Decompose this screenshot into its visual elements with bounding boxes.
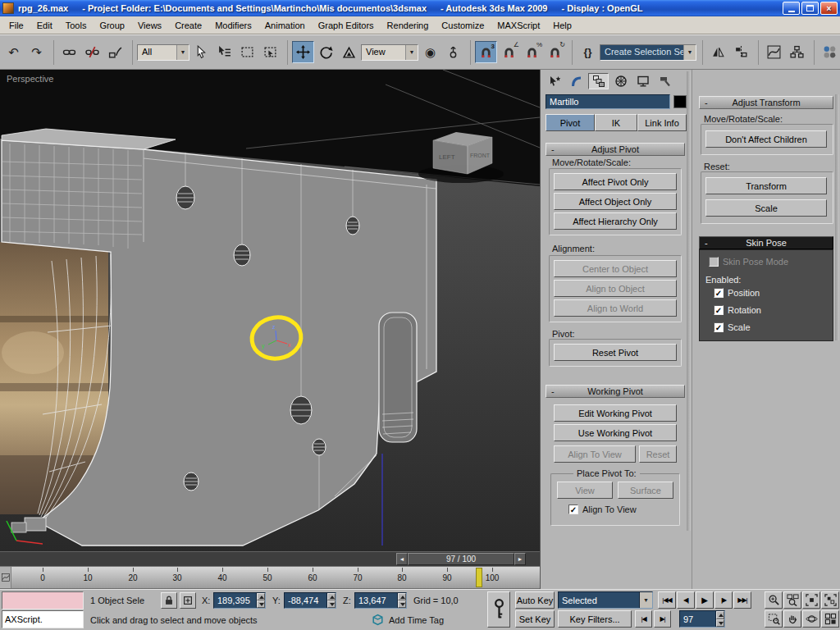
add-time-tag[interactable]: Add Time Tag: [389, 615, 444, 625]
time-slider-track[interactable]: ◄ 97 / 100 ►: [0, 551, 540, 566]
close-button[interactable]: ×: [820, 2, 838, 15]
center-to-object-button[interactable]: Center to Object: [554, 260, 677, 277]
select-and-scale-icon[interactable]: [338, 41, 360, 63]
viewport-label[interactable]: Perspective: [7, 74, 53, 84]
unlink-selection-icon[interactable]: [81, 41, 103, 63]
align-icon[interactable]: [730, 41, 752, 63]
affect-hierarchy-only-button[interactable]: Affect Hierarchy Only: [554, 212, 677, 230]
maximize-viewport-icon[interactable]: [821, 610, 839, 628]
track-selection-dropdown[interactable]: Selected ▼: [558, 591, 653, 609]
spinner[interactable]: [256, 593, 265, 608]
spinner[interactable]: [397, 593, 406, 608]
skin-pose-rotation-checkbox[interactable]: ✓ Rotation: [714, 305, 761, 315]
ik-tab[interactable]: IK: [595, 114, 637, 131]
go-to-end-icon[interactable]: ▶▶|: [733, 591, 751, 609]
use-pivot-point-center-icon[interactable]: ◉: [419, 41, 441, 63]
angle-snap-toggle-icon[interactable]: ∠: [498, 41, 520, 63]
reset-scale-button[interactable]: Scale: [705, 199, 827, 217]
object-color-swatch[interactable]: [673, 95, 687, 108]
zoom-all-icon[interactable]: [783, 591, 801, 609]
skin-pose-rollout-header[interactable]: - Skin Pose: [699, 236, 833, 249]
mirror-icon[interactable]: [707, 41, 729, 63]
adjust-pivot-rollout-header[interactable]: - Adjust Pivot: [546, 143, 685, 156]
modify-tab-icon[interactable]: [566, 73, 587, 89]
viewport-canvas[interactable]: x y z LEFT FRONT: [0, 70, 540, 551]
align-to-world-button[interactable]: Align to World: [554, 299, 677, 317]
adjust-transform-rollout-header[interactable]: - Adjust Transform: [699, 96, 833, 109]
menu-graph-editors[interactable]: Graph Editors: [312, 18, 381, 33]
skin-pose-scale-checkbox[interactable]: ✓ Scale: [714, 322, 751, 332]
create-tab-icon[interactable]: [544, 73, 564, 89]
play-icon[interactable]: ▶: [696, 591, 714, 609]
select-object-icon[interactable]: [190, 41, 212, 63]
select-and-rotate-icon[interactable]: [315, 41, 337, 63]
reset-pivot-button[interactable]: Reset Pivot: [554, 344, 677, 361]
pivot-tab[interactable]: Pivot: [546, 114, 595, 131]
menu-customize[interactable]: Customize: [435, 18, 491, 33]
align-to-view-button[interactable]: Align To View: [554, 445, 636, 463]
time-slider-prev-icon[interactable]: ◄: [396, 553, 408, 565]
command-panel-scrollbar[interactable]: [687, 71, 691, 531]
reset-working-pivot-button[interactable]: Reset: [639, 445, 677, 463]
maximize-button[interactable]: [801, 2, 819, 15]
z-coordinate-field[interactable]: 13,647: [354, 592, 407, 609]
previous-frame-icon[interactable]: ◀|: [677, 591, 695, 609]
y-coordinate-field[interactable]: -88,474: [284, 592, 336, 609]
menu-modifiers[interactable]: Modifiers: [208, 18, 258, 33]
reference-coordinate-system-dropdown[interactable]: View ▼: [361, 44, 418, 61]
spinner[interactable]: [326, 593, 336, 608]
edit-named-selection-sets-icon[interactable]: {}: [577, 41, 599, 63]
set-key-button[interactable]: Set Key: [515, 610, 555, 628]
reset-transform-button[interactable]: Transform: [705, 177, 827, 194]
menu-create[interactable]: Create: [168, 18, 208, 33]
arc-rotate-icon[interactable]: [802, 610, 820, 628]
affect-pivot-only-button[interactable]: Affect Pivot Only: [554, 173, 677, 190]
select-and-link-icon[interactable]: [58, 41, 80, 63]
maxscript-mini-listener[interactable]: AXScript.: [2, 610, 84, 628]
time-slider-value[interactable]: 97 / 100: [408, 553, 514, 565]
place-pivot-surface-button[interactable]: Surface: [618, 482, 673, 499]
go-to-start-icon[interactable]: |◀◀: [658, 591, 676, 609]
redo-icon[interactable]: ↷: [25, 41, 48, 63]
working-pivot-rollout-header[interactable]: - Working Pivot: [546, 385, 685, 398]
current-frame-marker[interactable]: [476, 568, 482, 587]
menu-help[interactable]: Help: [546, 18, 578, 33]
place-pivot-view-button[interactable]: View: [557, 482, 613, 499]
affect-object-only-button[interactable]: Affect Object Only: [554, 193, 677, 210]
hierarchy-tab-icon[interactable]: [588, 73, 609, 89]
display-tab-icon[interactable]: [632, 73, 653, 89]
selection-filter-dropdown[interactable]: All ▼: [137, 44, 189, 61]
current-frame-field[interactable]: 97: [679, 610, 725, 628]
key-filters-button[interactable]: Key Filters...: [558, 610, 632, 628]
pan-icon[interactable]: [783, 610, 801, 628]
edit-working-pivot-button[interactable]: Edit Working Pivot: [554, 404, 677, 422]
select-and-manipulate-icon[interactable]: [442, 41, 464, 63]
motion-tab-icon[interactable]: [610, 73, 631, 89]
selection-lock-icon[interactable]: [161, 592, 177, 609]
snaps-toggle-icon[interactable]: 3: [475, 41, 497, 63]
menu-tools[interactable]: Tools: [59, 18, 94, 33]
curve-editor-icon[interactable]: [763, 41, 785, 63]
zoom-extents-all-icon[interactable]: [821, 591, 839, 609]
spinner[interactable]: [715, 611, 724, 627]
next-frame-icon[interactable]: |▶: [714, 591, 733, 609]
rectangular-selection-region-icon[interactable]: [236, 41, 258, 63]
material-editor-icon[interactable]: [819, 41, 840, 63]
time-slider-handle[interactable]: ◄ 97 / 100 ►: [396, 553, 526, 565]
zoom-icon[interactable]: [765, 591, 783, 609]
undo-icon[interactable]: ↶: [2, 41, 25, 63]
link-info-tab[interactable]: Link Info: [637, 114, 687, 131]
menu-edit[interactable]: Edit: [30, 18, 59, 33]
skin-pose-mode-checkbox[interactable]: Skin Pose Mode: [709, 257, 788, 267]
x-coordinate-field[interactable]: 189,395: [213, 592, 266, 609]
time-tag-icon[interactable]: [371, 613, 385, 628]
set-keys-icon[interactable]: [487, 591, 510, 628]
perspective-viewport[interactable]: x y z LEFT FRONT Perspective: [0, 70, 540, 551]
skin-pose-position-checkbox[interactable]: ✓ Position: [714, 288, 760, 298]
menu-animation[interactable]: Animation: [258, 18, 312, 33]
named-selection-set-combo[interactable]: Create Selection Set ▼: [600, 44, 696, 61]
menu-maxscript[interactable]: MAXScript: [491, 18, 546, 33]
menu-views[interactable]: Views: [131, 18, 168, 33]
schematic-view-icon[interactable]: [786, 41, 808, 63]
region-zoom-icon[interactable]: [765, 610, 783, 628]
